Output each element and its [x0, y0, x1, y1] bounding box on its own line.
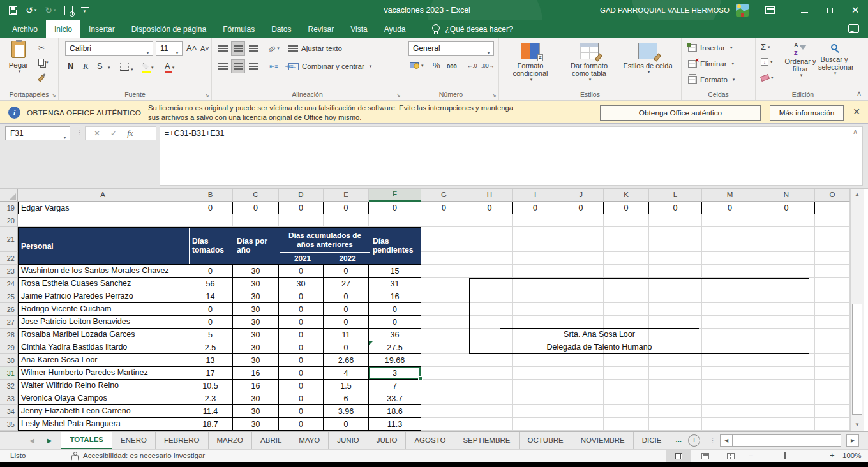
cell-O19[interactable] — [815, 202, 850, 214]
row-header-30[interactable]: 30 — [0, 354, 18, 367]
sheet-tab-junio[interactable]: JUNIO — [329, 432, 368, 449]
header-acumulados[interactable]: Días acumulados de años anteriores — [280, 228, 370, 252]
format-as-table-button[interactable]: Dar formato como tabla▾ — [561, 41, 617, 94]
cell-C32[interactable]: 16 — [233, 380, 279, 392]
cell-H22[interactable] — [467, 252, 513, 265]
zoom-level[interactable]: 100% — [842, 450, 861, 462]
cell-H31[interactable] — [467, 367, 513, 380]
font-name-combobox[interactable]: Calibri▼ — [65, 41, 153, 56]
collapse-formula-bar-icon[interactable]: ∧ — [853, 128, 858, 136]
cell-H30[interactable] — [467, 354, 513, 367]
vertical-scroll-thumb[interactable] — [852, 304, 862, 415]
cell-B24[interactable]: 56 — [188, 278, 233, 290]
cell-J21[interactable] — [558, 227, 604, 252]
cell-E26[interactable]: 0 — [324, 303, 369, 316]
normal-view-button[interactable] — [666, 450, 691, 462]
select-all-corner[interactable] — [0, 189, 18, 202]
row-header-35[interactable]: 35 — [0, 418, 18, 431]
cell-N32[interactable] — [758, 380, 815, 392]
ribbon-tab-f-rmulas[interactable]: Fórmulas — [214, 20, 263, 38]
cell-D35[interactable]: 0 — [279, 418, 324, 431]
name-box[interactable]: F31▼ — [5, 126, 70, 140]
cell-C19[interactable]: 0 — [233, 202, 279, 214]
dialog-launcher-icon[interactable]: ↘ — [396, 92, 401, 98]
cell-D30[interactable]: 0 — [279, 354, 324, 367]
increase-decimal-button[interactable]: ←.0 — [467, 63, 477, 69]
decrease-decimal-button[interactable]: .00→ — [481, 63, 494, 69]
cell-B28[interactable]: 5 — [188, 329, 233, 341]
column-header-D[interactable]: D — [279, 189, 324, 202]
cell-A23[interactable]: Washinton de los Santos Morales Chavez — [18, 265, 188, 278]
formula-bar-splitter[interactable]: ⋮ — [76, 128, 83, 137]
cell-J33[interactable] — [558, 392, 604, 405]
cell-A24[interactable]: Rosa Esthela Cuases Sanchez — [18, 278, 188, 290]
cell-I33[interactable] — [513, 392, 558, 405]
cut-button[interactable]: ✂ — [38, 43, 45, 52]
cell-A27[interactable]: Jose Patricio Leiton Benavides — [18, 316, 188, 329]
row-header-33[interactable]: 33 — [0, 392, 18, 405]
cell-G21[interactable] — [421, 227, 467, 252]
cell-H32[interactable] — [467, 380, 513, 392]
cell-E33[interactable]: 6 — [324, 392, 369, 405]
column-header-J[interactable]: J — [558, 189, 604, 202]
cell-A19[interactable]: Edgar Vargas — [18, 202, 188, 214]
column-header-F[interactable]: F — [369, 189, 421, 202]
increase-font-button[interactable]: A˄ — [186, 43, 197, 53]
ribbon-tab-inicio[interactable]: Inicio — [46, 20, 80, 38]
scroll-right-icon[interactable]: ▶ — [846, 434, 859, 447]
row-header-21[interactable]: 21 — [0, 227, 18, 252]
column-header-N[interactable]: N — [758, 189, 815, 202]
cell-G33[interactable] — [421, 392, 467, 405]
cell-J32[interactable] — [558, 380, 604, 392]
cell-I34[interactable] — [513, 405, 558, 418]
cell-F32[interactable]: 7 — [369, 380, 421, 392]
cell-C24[interactable]: 30 — [233, 278, 279, 290]
cell-E20[interactable] — [324, 214, 369, 227]
underline-button[interactable]: S — [97, 61, 103, 71]
cell-K19[interactable]: 0 — [604, 202, 649, 214]
column-header-A[interactable]: A — [18, 189, 188, 202]
cell-J20[interactable] — [558, 214, 604, 227]
ribbon-tab-insertar[interactable]: Insertar — [80, 20, 123, 38]
cell-O21[interactable] — [815, 227, 850, 252]
copy-button[interactable]: ▾ — [38, 59, 49, 66]
cell-F26[interactable]: 0 — [369, 303, 421, 316]
cell-A32[interactable]: Walter Wilfrido Reino Reino — [18, 380, 188, 392]
cell-G20[interactable] — [421, 214, 467, 227]
restore-button[interactable] — [817, 0, 842, 20]
zoom-slider[interactable] — [761, 456, 822, 456]
cell-C31[interactable]: 16 — [233, 367, 279, 380]
cell-E23[interactable]: 0 — [324, 265, 369, 278]
cell-B33[interactable]: 2.3 — [188, 392, 233, 405]
cell-L19[interactable]: 0 — [649, 202, 702, 214]
cell-B26[interactable]: 0 — [188, 303, 233, 316]
sheet-tab-octubre[interactable]: OCTUBRE — [520, 432, 572, 449]
align-middle-button[interactable] — [231, 41, 245, 56]
merge-center-button[interactable]: ↔Combinar y centrar▾ — [288, 63, 371, 70]
sheet-tab-julio[interactable]: JULIO — [368, 432, 407, 449]
zoom-in-button[interactable]: + — [830, 450, 835, 461]
cell-A30[interactable]: Ana Karen Sosa Loor — [18, 354, 188, 367]
cell-J22[interactable] — [558, 252, 604, 265]
row-header-28[interactable]: 28 — [0, 329, 18, 341]
horizontal-scroll-thumb[interactable] — [733, 434, 841, 447]
cell-J34[interactable] — [558, 405, 604, 418]
chevron-down-icon[interactable]: ▾ — [108, 65, 110, 70]
ribbon-tab-vista[interactable]: Vista — [342, 20, 375, 38]
cell-D23[interactable]: 0 — [279, 265, 324, 278]
cancel-entry-icon[interactable]: ✕ — [94, 129, 100, 138]
cell-K22[interactable] — [604, 252, 649, 265]
tabbar-splitter[interactable]: ⋮ — [709, 432, 716, 449]
cell-A26[interactable]: Rodrigo Vicente Cuicham — [18, 303, 188, 316]
save-button[interactable] — [9, 6, 17, 15]
account-avatar[interactable] — [736, 4, 749, 17]
sheet-tab-noviembre[interactable]: NOVIEMBRE — [572, 432, 634, 449]
cell-B35[interactable]: 18.7 — [188, 418, 233, 431]
cell-E30[interactable]: 2.66 — [324, 354, 369, 367]
ribbon-tab-datos[interactable]: Datos — [263, 20, 299, 38]
close-button[interactable]: ✕ — [842, 0, 868, 20]
print-preview-button[interactable] — [64, 6, 73, 15]
cell-A34[interactable]: Jenny Ekizabeth Leon Carreño — [18, 405, 188, 418]
cell-D29[interactable]: 0 — [279, 341, 324, 354]
cell-F35[interactable]: 11.3 — [369, 418, 421, 431]
